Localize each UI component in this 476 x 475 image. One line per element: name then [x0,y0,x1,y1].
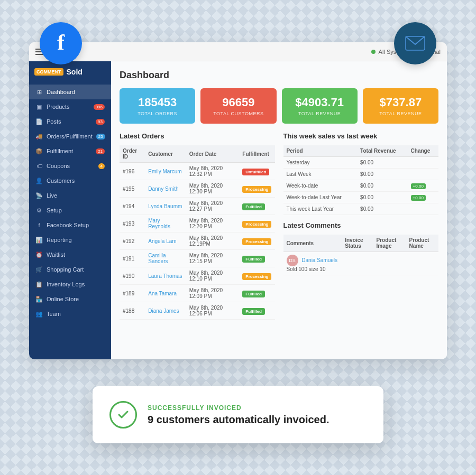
date-cell: May 8th, 2020 12:20 PM [186,215,240,232]
sidebar-item-products[interactable]: ▣ Products 996 [29,99,111,114]
products-badge: 996 [94,104,105,110]
nav-label-dashboard: Dashboard [47,89,75,95]
date-cell: May 8th, 2020 12:32 PM [186,163,240,180]
store-icon: 🏪 [35,295,43,303]
stat-value-orders: 185453 [138,96,177,109]
period-cell: Week-to-date [283,180,358,192]
sidebar-logo: COMMENT Sold [29,61,111,82]
nav-label-coupons: Coupons [47,163,70,169]
latest-orders-section: Latest Orders Order ID Customer Order Da… [120,132,275,320]
table-row: Yesterday $0.00 [283,157,439,169]
sold-text: Sold [67,68,83,76]
customer-cell[interactable]: Danny Smith [145,180,186,198]
customer-cell[interactable]: Lynda Baumm [145,198,186,215]
col-invoice-status: Invoice Status [342,235,373,252]
customer-cell[interactable]: Ana Tamara [145,285,186,302]
period-cell: Last Week [283,169,358,180]
posts-badge: 93 [96,119,105,125]
date-cell: May 8th, 2020 12:30 PM [186,180,240,198]
sidebar-item-fulfillment[interactable]: 📦 Fulfillment 21 [29,144,111,159]
avatar: DS [287,255,298,266]
customer-cell[interactable]: Emily Marcum [145,163,186,180]
customer-cell[interactable]: Laura Thomas [145,267,186,285]
sidebar-item-inventory[interactable]: 📋 Inventory Logs [29,277,111,292]
stat-label-revenue-green: TOTAL REVENUE [298,111,341,116]
success-text-block: SUCCESSFULLY INVOICED 9 customers automa… [148,404,367,426]
table-row: #192 Angela Lam May 8th, 2020 12:19PM Pr… [120,232,275,250]
status-cell: Processing [239,267,274,285]
nav-label-products: Products [47,104,69,110]
truck-icon: 🚚 [35,133,43,140]
status-cell: Fulfilled [239,250,274,267]
status-badge: Processing [242,238,271,245]
date-cell: May 8th, 2020 12:10 PM [186,267,240,285]
order-id-cell: #190 [120,267,145,285]
status-badge: Unfulfilled [242,169,269,175]
sidebar-item-live[interactable]: 📡 Live [29,188,111,203]
date-cell: May 8th, 2020 12:15 PM [186,250,240,267]
period-cell: Week-to-date Last Year [283,192,358,203]
sidebar-item-shopping-cart[interactable]: 🛒 Shopping Cart [29,262,111,277]
page-title: Dashboard [120,70,438,81]
customer-cell[interactable]: Angela Lam [145,232,186,250]
browser-window: All Systems Operational COMMENT Sold ⊞ D… [29,42,447,359]
sidebar-item-facebook-setup[interactable]: f Facebook Setup [29,218,111,232]
file-icon: 📄 [35,118,43,125]
main-content: COMMENT Sold ⊞ Dashboard ▣ Products 996 … [29,61,447,359]
right-panel: This week sales vs last week Period Tota… [283,132,439,320]
comment-author[interactable]: Dania Samuels [301,257,337,263]
settings-icon: ⚙ [35,207,43,214]
coupons-badge: 4 [98,163,105,169]
col-order-date: Order Date [186,145,240,163]
status-cell: Unfulfilled [239,163,274,180]
sales-table: Period Total Revenue Change Yesterday $0… [283,145,439,215]
facebook-icon: f [40,22,82,64]
sidebar-item-coupons[interactable]: 🏷 Coupons 4 [29,159,111,173]
change-cell [408,203,438,215]
grid-icon: ⊞ [35,88,43,96]
revenue-cell: $0.00 [357,203,408,215]
sidebar-item-posts[interactable]: 📄 Posts 93 [29,114,111,129]
date-cell: May 8th, 2020 12:19PM [186,232,240,250]
sidebar-item-setup[interactable]: ⚙ Setup [29,203,111,218]
customer-cell[interactable]: Diana James [145,302,186,320]
sidebar-item-reporting[interactable]: 📊 Reporting [29,232,111,247]
table-row: This week Last Year $0.00 [283,203,439,215]
users-icon: 👥 [35,310,43,318]
sidebar-item-team[interactable]: 👥 Team [29,306,111,321]
date-cell: May 8th, 2020 12:27 PM [186,198,240,215]
product-image-cell [373,252,406,275]
nav-label-cart: Shopping Cart [47,266,84,273]
col-order-id: Order ID [120,145,145,163]
sidebar-item-online-store[interactable]: 🏪 Online Store [29,292,111,306]
change-badge: +0.00 [411,183,426,189]
period-cell: This week Last Year [283,203,358,215]
change-cell: +0.00 [408,180,438,192]
status-badge: Fulfilled [242,256,265,263]
customer-cell[interactable]: Mary Reynolds [145,215,186,232]
wifi-icon: 📡 [35,192,43,199]
status-indicator [371,50,376,54]
period-cell: Yesterday [283,157,358,169]
order-id-cell: #188 [120,302,145,320]
fulfillment-badge: 21 [96,148,105,154]
chart-icon: 📊 [35,236,43,244]
nav-label-reporting: Reporting [47,237,72,243]
clock-icon: ⏰ [35,251,43,258]
col-total-revenue: Total Revenue [357,145,408,157]
status-cell: Fulfilled [239,302,274,320]
change-cell: +0.00 [408,192,438,203]
sidebar-item-orders[interactable]: 🚚 Orders/Fulfillment 25 [29,129,111,144]
col-customer: Customer [145,145,186,163]
revenue-cell: $0.00 [357,169,408,180]
stat-value-revenue-yellow: $737.87 [380,96,422,109]
success-check-icon [109,401,137,429]
sidebar-item-waitlist[interactable]: ⏰ Waitlist [29,247,111,262]
sidebar-item-customers[interactable]: 👤 Customers [29,173,111,188]
nav-label-setup: Setup [47,207,62,213]
sidebar-item-dashboard[interactable]: ⊞ Dashboard [29,85,111,99]
customer-cell[interactable]: Camilla Sanders [145,250,186,267]
nav-label-live: Live [47,192,57,199]
table-row: #191 Camilla Sanders May 8th, 2020 12:15… [120,250,275,267]
stat-total-customers: 96659 TOTAL CUSTOMERS [200,88,276,124]
